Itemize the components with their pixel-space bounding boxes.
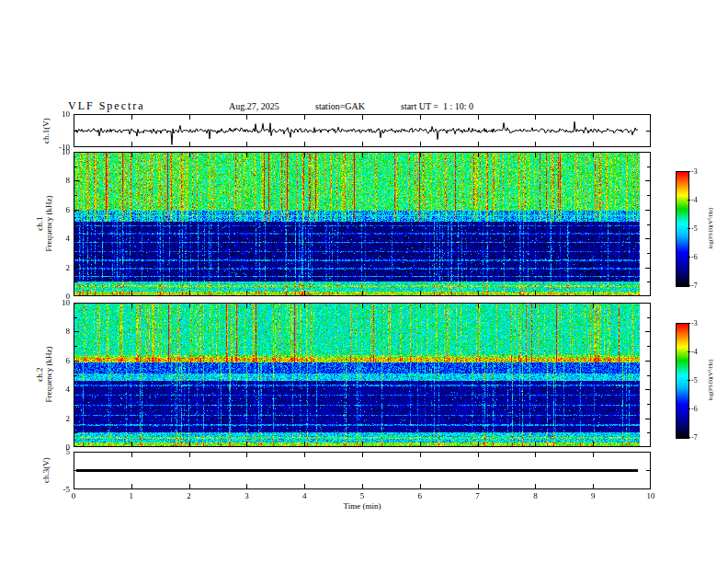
axis-tick-mark (304, 115, 305, 120)
axis-tick-mark (420, 442, 421, 446)
x-tick-label: 7 (475, 491, 480, 500)
axis-tick-mark (593, 453, 594, 457)
ch2-spec-ylabel-line1: ch.2 (35, 346, 44, 402)
axis-tick-mark (647, 404, 650, 405)
axis-tick-mark (131, 453, 132, 457)
axis-tick-mark (362, 291, 363, 295)
y-tick-label: 8 (42, 327, 70, 336)
colorbar-tick-label: -3 (691, 167, 698, 176)
axis-tick-mark (478, 304, 479, 308)
axis-tick-mark (593, 291, 594, 295)
axis-tick-mark (362, 442, 363, 446)
ch1-spec-ylabel-line2: Frequency (kHz) (44, 195, 53, 251)
date-label: Aug.27, 2025 (229, 101, 279, 111)
axis-tick-mark (74, 419, 79, 419)
axis-tick-mark (131, 304, 132, 308)
axis-tick-mark (535, 484, 536, 488)
axis-tick-mark (246, 484, 247, 488)
axis-tick-mark (189, 453, 190, 457)
axis-tick-mark (688, 351, 690, 352)
axis-tick-mark (74, 404, 77, 405)
x-tick-label: 6 (418, 491, 423, 500)
axis-tick-mark (362, 142, 363, 146)
axis-tick-mark (478, 453, 479, 457)
colorbar-tick-label: -7 (691, 433, 698, 442)
axis-tick-mark (304, 453, 305, 457)
axis-tick-mark (645, 331, 650, 332)
x-tick-label: 9 (591, 491, 596, 500)
y-tick-label: 8 (42, 176, 70, 185)
figure-title: VLF Spectra (68, 99, 145, 113)
y-tick-label: 6 (42, 356, 70, 365)
colorbar-ch2 (676, 323, 689, 439)
x-tick-label: 5 (360, 491, 365, 500)
axis-tick-mark (189, 304, 190, 308)
axis-tick-mark (420, 453, 421, 457)
axis-tick-mark (645, 268, 650, 269)
axis-tick-mark (645, 419, 650, 419)
axis-tick-mark (535, 442, 536, 446)
y-tick-label: 2 (42, 263, 70, 272)
y-tick-label: 4 (42, 234, 70, 243)
colorbar-tick-label: -3 (691, 319, 698, 327)
ch2-spectrogram-canvas (74, 304, 640, 446)
y-tick-label: 10 (42, 298, 70, 307)
ch2-spectrogram-panel (74, 303, 651, 447)
axis-tick-mark (362, 304, 363, 308)
axis-tick-mark (420, 484, 421, 488)
x-tick-label: 2 (187, 491, 191, 500)
axis-tick-mark (420, 142, 421, 146)
axis-tick-mark (246, 291, 247, 295)
axis-tick-mark (688, 200, 690, 201)
axis-tick-mark (420, 304, 421, 308)
axis-tick-mark (688, 257, 690, 258)
colorbar-tick-label: -6 (691, 253, 698, 261)
axis-tick-mark (304, 142, 305, 146)
axis-tick-mark (645, 361, 650, 362)
axis-tick-mark (646, 131, 650, 132)
axis-tick-mark (362, 484, 363, 488)
x-tick-label: 4 (302, 491, 307, 500)
y-tick-label: 4 (42, 385, 70, 394)
ch2-spec-ylabel-line2: Frequency (kHz) (44, 346, 53, 402)
axis-tick-mark (74, 432, 77, 433)
axis-tick-mark (688, 437, 690, 438)
axis-tick-mark (131, 142, 132, 146)
y-tick-label: 10 (42, 109, 70, 119)
axis-tick-mark (131, 115, 132, 120)
axis-tick-mark (74, 375, 77, 376)
axis-tick-mark (478, 142, 479, 146)
axis-tick-mark (189, 153, 190, 157)
axis-tick-mark (647, 375, 650, 376)
axis-tick-mark (189, 291, 190, 295)
axis-tick-mark (189, 484, 190, 488)
axis-tick-mark (189, 115, 190, 120)
colorbar-tick-label: -5 (691, 224, 698, 233)
colorbar-tick-label: -4 (691, 348, 698, 356)
axis-tick-mark (74, 210, 79, 211)
axis-tick-mark (189, 142, 190, 146)
axis-tick-mark (688, 171, 690, 172)
colorbar-ch1 (676, 171, 689, 287)
axis-tick-mark (246, 115, 247, 120)
axis-tick-mark (645, 389, 650, 390)
ch1-wave-ylabel: ch.1(V) (41, 118, 51, 144)
axis-tick-mark (647, 317, 650, 318)
colorbar-tick-label: -4 (691, 196, 698, 204)
y-tick-label: 10 (42, 147, 70, 156)
axis-tick-mark (647, 253, 650, 254)
axis-tick-mark (246, 304, 247, 308)
axis-tick-mark (74, 317, 77, 318)
axis-tick-mark (535, 453, 536, 457)
axis-tick-mark (304, 442, 305, 446)
colorbar-ch2-canvas (677, 324, 688, 438)
axis-tick-mark (131, 484, 132, 488)
axis-tick-mark (593, 304, 594, 308)
vlf-spectra-figure: VLF Spectra Aug.27, 2025 station=GAK sta… (0, 0, 728, 563)
axis-tick-mark (74, 282, 77, 282)
axis-tick-mark (304, 484, 305, 488)
axis-tick-mark (420, 115, 421, 120)
axis-tick-mark (131, 153, 132, 157)
axis-tick-mark (645, 180, 650, 181)
x-tick-label: 0 (72, 491, 76, 500)
